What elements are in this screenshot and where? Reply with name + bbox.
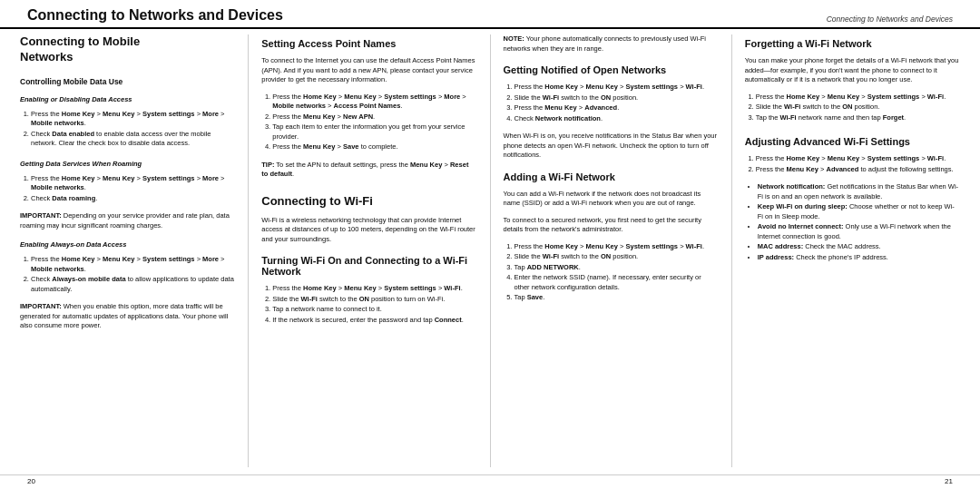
list-item: Press the Home Key > Menu Key > System s… <box>756 154 960 164</box>
col3-section2-title: Adding a Wi-Fi Network <box>504 171 719 182</box>
list-item: Keep Wi-Fi on during sleep: Choose wheth… <box>758 202 960 221</box>
divider-1 <box>248 34 249 467</box>
list-item: Tap ADD NETWORK. <box>514 263 719 273</box>
col1-important1: IMPORTANT: Depending on your service pro… <box>20 211 235 230</box>
col1-subsection1-title: Controlling Mobile Data Use <box>20 77 235 86</box>
col4-section2-bullets: Network notification: Get notifications … <box>758 182 960 263</box>
list-item: Press the Home Key > Menu Key > System s… <box>272 284 476 294</box>
list-item: MAC address: Check the MAC address. <box>758 242 960 252</box>
col1-italic1-steps: Press the Home Key > Menu Key > System s… <box>31 110 235 150</box>
list-item: Press the Home Key > Menu Key > System s… <box>272 93 476 112</box>
list-item: Tap a network name to connect to it. <box>272 305 476 315</box>
col4-section1-title: Forgetting a Wi-Fi Network <box>745 38 960 49</box>
col4-section1-intro: You can make your phone forget the detai… <box>745 56 960 85</box>
list-item: Slide the Wi-Fi switch to the ON positio… <box>514 252 719 262</box>
list-item: Slide the Wi-Fi switch to the ON positio… <box>514 93 719 103</box>
col1-italic2-steps: Press the Home Key > Menu Key > System s… <box>31 174 235 205</box>
col3-section1-extra: When Wi-Fi is on, you receive notificati… <box>504 132 719 161</box>
col3-section2-steps: Press the Home Key > Menu Key > System s… <box>514 242 719 304</box>
col2-section2-intro: Wi-Fi is a wireless networking technolog… <box>261 216 476 245</box>
list-item: Tap the Wi-Fi network name and then tap … <box>756 113 960 123</box>
list-item: Press the Menu Key > Save to complete. <box>272 142 476 152</box>
col1-italic3: Enabling Always-on Data Access <box>20 240 235 249</box>
col2-section1-steps: Press the Home Key > Menu Key > System s… <box>272 93 476 153</box>
col2-section1-title: Setting Access Point Names <box>261 38 476 49</box>
list-item: IP address: Check the phone's IP address… <box>758 253 960 263</box>
list-item: Press the Home Key > Menu Key > System s… <box>31 174 235 193</box>
list-item: Press the Home Key > Menu Key > System s… <box>756 93 960 103</box>
list-item: Enter the network SSID (name). If necess… <box>514 273 719 292</box>
page-footer: 20 21 <box>0 474 980 489</box>
footer-page-left: 20 <box>27 477 35 485</box>
list-item: Press the Menu Key > New APN. <box>272 112 476 122</box>
list-item: Press the Home Key > Menu Key > System s… <box>31 255 235 274</box>
list-item: Press the Home Key > Menu Key > System s… <box>514 83 719 93</box>
col3-section2-intro: You can add a Wi-Fi network if the netwo… <box>504 190 719 209</box>
footer-page-right: 21 <box>945 477 953 485</box>
col4-section1-steps: Press the Home Key > Menu Key > System s… <box>756 93 960 124</box>
list-item: Check Always-on mobile data to allow app… <box>31 275 235 294</box>
list-item: Slide the Wi-Fi switch to the ON positio… <box>272 295 476 305</box>
column-1: Connecting to Mobile Networks Controllin… <box>20 34 235 467</box>
list-item: Network notification: Get notifications … <box>758 182 960 201</box>
list-item: Check Network notification. <box>514 114 719 124</box>
column-3: NOTE: Your phone automatically connects … <box>504 34 719 467</box>
list-item: Tap Save. <box>514 293 719 303</box>
list-item: Press the Home Key > Menu Key > System s… <box>31 110 235 129</box>
column-2: Setting Access Point Names To connect to… <box>261 34 476 467</box>
col1-title-line1: Connecting to Mobile <box>20 34 235 50</box>
list-item: Check Data roaming. <box>31 194 235 204</box>
col1-main-title: Connecting to Mobile Networks <box>20 34 235 68</box>
col1-italic2: Getting Data Services When Roaming <box>20 160 235 168</box>
column-4: Forgetting a Wi-Fi Network You can make … <box>745 34 960 467</box>
col3-section1-title: Getting Notified of Open Networks <box>504 64 719 75</box>
header-right-title: Connecting to Networks and Devices <box>827 15 953 24</box>
col3-note: NOTE: Your phone automatically connects … <box>504 34 719 54</box>
col1-important2: IMPORTANT: When you enable this option, … <box>20 302 235 331</box>
list-item: Press the Menu Key > Advanced to adjust … <box>756 165 960 175</box>
col2-section2-title: Connecting to Wi-Fi <box>261 194 476 208</box>
list-item: Slide the Wi-Fi switch to the ON positio… <box>756 103 960 112</box>
col2-section3-title: Turning Wi-Fi On and Connecting to a Wi-… <box>261 255 476 277</box>
list-item: Tap each item to enter the information y… <box>272 122 476 142</box>
list-item: Press the Home Key > Menu Key > System s… <box>514 242 719 252</box>
list-item: Press the Menu Key > Advanced. <box>514 103 719 113</box>
page-header: Connecting to Networks and Devices Conne… <box>0 0 980 29</box>
list-item: Avoid no Internet connect: Only use a Wi… <box>758 222 960 241</box>
col2-tip: TIP: To set the APN to default settings,… <box>261 161 476 180</box>
col3-section1-steps: Press the Home Key > Menu Key > System s… <box>514 83 719 124</box>
col1-italic3-steps: Press the Home Key > Menu Key > System s… <box>31 255 235 295</box>
page-content: Connecting to Mobile Networks Controllin… <box>0 34 980 474</box>
col4-section2-steps: Press the Home Key > Menu Key > System s… <box>756 154 960 175</box>
col2-section3-steps: Press the Home Key > Menu Key > System s… <box>272 284 476 326</box>
page-wrapper: Connecting to Networks and Devices Conne… <box>0 0 980 489</box>
col2-section1-intro: To connect to the Internet you can use t… <box>261 56 476 85</box>
divider-2 <box>490 34 491 467</box>
list-item: If the network is secured, enter the pas… <box>272 316 476 326</box>
col1-title-line2: Networks <box>20 50 235 65</box>
col1-italic1: Enabling or Disabling Data Access <box>20 95 235 103</box>
header-title: Connecting to Networks and Devices <box>27 7 283 24</box>
list-item: Check Data enabled to enable data access… <box>31 130 235 149</box>
col3-section2-connect-intro: To connect to a secured network, you fir… <box>504 216 719 235</box>
col4-section2-title: Adjusting Advanced Wi-Fi Settings <box>745 136 960 147</box>
divider-3 <box>731 34 732 467</box>
